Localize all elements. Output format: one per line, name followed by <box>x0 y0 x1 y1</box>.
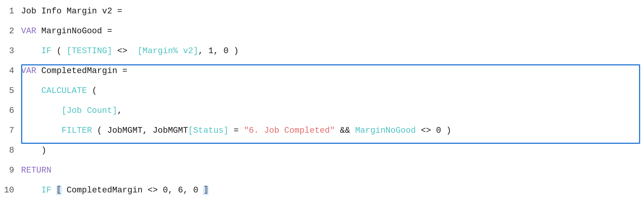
line-content-4: VAR CompletedMargin = <box>21 64 644 78</box>
token <box>21 186 41 195</box>
code-line-8: 8 ) <box>0 143 644 163</box>
token: CALCULATE <box>41 86 87 96</box>
token: [Job Count] <box>62 106 117 116</box>
close-bracket: ⟧ <box>203 186 208 195</box>
line-content-8: ) <box>21 144 644 157</box>
line-content-6: [Job Count], <box>21 104 644 117</box>
line-num-6: 6 <box>0 104 21 117</box>
token: <> 0 ) <box>416 126 451 135</box>
code-line-4: 4 VAR CompletedMargin = <box>0 64 644 83</box>
token: = <box>228 126 244 135</box>
token: CompletedMargin = <box>36 66 128 76</box>
line-num-4: 4 <box>0 64 21 78</box>
code-line-10: 10 IF ⟦ CompletedMargin <> 0, 6, 0 ⟧ <box>0 183 644 203</box>
token: [Margin% v2] <box>138 46 198 56</box>
token: MarginNoGood = <box>36 26 112 36</box>
token <box>21 126 62 135</box>
line-content-2: VAR MarginNoGood = <box>21 24 644 38</box>
line-content-9: RETURN <box>21 164 644 177</box>
line-num-2: 2 <box>0 24 21 38</box>
token: <> <box>112 46 138 56</box>
line-content-10: IF ⟦ CompletedMargin <> 0, 6, 0 ⟧ <box>21 184 644 197</box>
token: MarginNoGood <box>355 126 416 135</box>
token: "6. Job Completed" <box>244 126 335 135</box>
token: [TESTING] <box>67 46 112 56</box>
token: VAR <box>21 66 36 76</box>
code-line-6: 6 [Job Count], <box>0 103 644 123</box>
token <box>21 86 41 96</box>
token: IF <box>41 46 51 56</box>
open-bracket: ⟦ <box>56 186 61 195</box>
line-num-8: 8 <box>0 144 21 157</box>
line-num-1: 1 <box>0 5 21 18</box>
token: FILTER <box>62 126 92 135</box>
token: ( <box>51 46 67 56</box>
token: [Status] <box>188 126 229 135</box>
code-line-7: 7 FILTER ( JobMGMT, JobMGMT[Status] = "6… <box>0 123 644 143</box>
line-num-3: 3 <box>0 44 21 58</box>
token <box>21 46 41 56</box>
code-line-9: 9 RETURN <box>0 163 644 183</box>
token: VAR <box>21 26 36 36</box>
line-num-5: 5 <box>0 84 21 98</box>
line-num-10: 10 <box>0 184 21 197</box>
token: ) <box>21 146 46 155</box>
token: RETURN <box>21 166 51 175</box>
line-num-7: 7 <box>0 124 21 137</box>
line-content-7: FILTER ( JobMGMT, JobMGMT[Status] = "6. … <box>21 124 644 137</box>
token: , 1, 0 ) <box>198 46 239 56</box>
code-editor[interactable]: 1 Job Info Margin v2 = 2 VAR MarginNoGoo… <box>0 0 644 215</box>
token: && <box>335 126 355 135</box>
token <box>21 106 62 116</box>
token: Job Info Margin v2 = <box>21 7 122 16</box>
line-content-1: Job Info Margin v2 = <box>21 5 644 18</box>
code-line-2: 2 VAR MarginNoGood = <box>0 24 644 44</box>
token: ( <box>87 86 97 96</box>
token <box>51 186 56 195</box>
line-content-3: IF ( [TESTING] <> [Margin% v2], 1, 0 ) <box>21 44 644 58</box>
token: IF <box>41 186 51 195</box>
token: CompletedMargin <> 0, 6, 0 <box>62 186 204 195</box>
token: ( JobMGMT, JobMGMT <box>92 126 188 135</box>
line-num-9: 9 <box>0 164 21 177</box>
token: , <box>117 106 122 116</box>
line-content-5: CALCULATE ( <box>21 84 644 98</box>
code-line-5: 5 CALCULATE ( <box>0 83 644 103</box>
code-line-3: 3 IF ( [TESTING] <> [Margin% v2], 1, 0 ) <box>0 44 644 64</box>
code-line-1: 1 Job Info Margin v2 = <box>0 4 644 24</box>
